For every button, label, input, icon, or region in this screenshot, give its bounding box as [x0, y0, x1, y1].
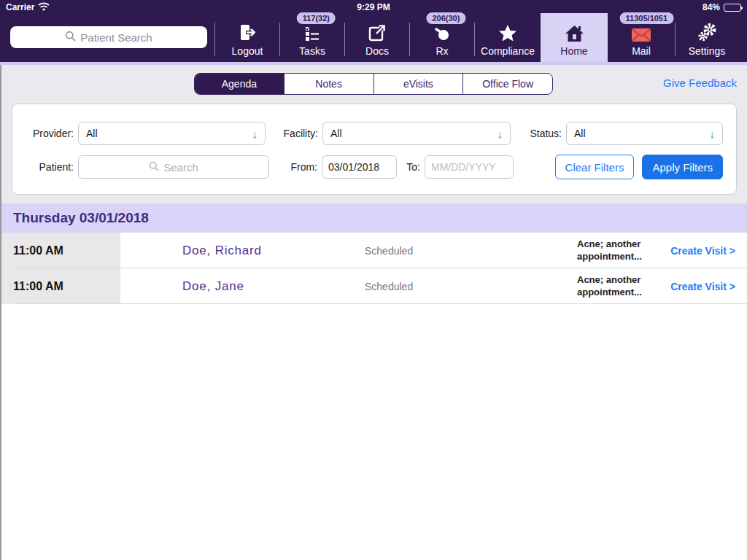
provider-label: Provider:: [23, 128, 78, 139]
to-date-input[interactable]: [425, 155, 514, 179]
appointment-reason: Acne; another appointment...: [577, 238, 657, 262]
agenda-date-header: Thursday 03/01/2018: [1, 203, 747, 233]
status-dropdown[interactable]: All ↓: [566, 122, 723, 145]
nav-item-logout[interactable]: Logout: [215, 15, 279, 62]
tab-row: Agenda Notes eVisits Office Flow Give Fe…: [1, 73, 747, 95]
patient-name-link[interactable]: Doe, Jane: [182, 279, 365, 294]
appointment-status: Scheduled: [365, 245, 511, 257]
nav-item-label: Docs: [365, 46, 389, 56]
nav-item-tasks[interactable]: 117(32) Tasks: [280, 15, 344, 62]
wifi-icon: [38, 2, 50, 13]
view-segmented-control: Agenda Notes eVisits Office Flow: [194, 73, 553, 95]
appointment-status: Scheduled: [365, 281, 511, 292]
appointment-time: 11:00 AM: [1, 233, 120, 268]
patient-label: Patient:: [23, 161, 78, 173]
nav-item-label: Logout: [232, 46, 263, 56]
patient-filter-search-input[interactable]: Search: [78, 155, 269, 179]
from-date-input[interactable]: [322, 155, 397, 179]
nav-item-label: Home: [560, 46, 587, 56]
appointment-time: 11:00 AM: [1, 268, 120, 304]
tab-notes[interactable]: Notes: [284, 74, 374, 94]
top-nav: Patient Search Logout 117(32) Tasks: [0, 15, 747, 62]
settings-icon: [697, 23, 717, 42]
dropdown-arrow-icon: ↓: [710, 128, 716, 140]
mail-badge: 11305/1051: [620, 12, 674, 24]
nav-item-label: Mail: [632, 46, 651, 56]
carrier-label: Carrier: [6, 2, 34, 12]
nav-item-label: Tasks: [299, 46, 325, 56]
app-screen: Carrier 9:29 PM 84% Patient Search: [0, 0, 747, 560]
nav-item-mail[interactable]: 11305/1051 Mail: [608, 15, 675, 62]
nav-item-rx[interactable]: 206(30) Rx: [410, 15, 474, 62]
appointment-row[interactable]: 11:00 AM Doe, Richard Scheduled Acne; an…: [1, 233, 747, 268]
tasks-badge: 117(32): [297, 12, 336, 24]
appointment-row[interactable]: 11:00 AM Doe, Jane Scheduled Acne; anoth…: [1, 268, 747, 304]
clock: 9:29 PM: [357, 2, 390, 12]
search-icon: [65, 31, 76, 44]
dropdown-arrow-icon: ↓: [252, 128, 258, 140]
to-label: To:: [397, 161, 425, 173]
nav-item-label: Compliance: [481, 46, 535, 56]
nav-item-settings[interactable]: Settings: [676, 15, 738, 62]
patient-name-link[interactable]: Doe, Richard: [182, 244, 365, 258]
tab-evisits[interactable]: eVisits: [374, 74, 463, 94]
facility-label: Facility:: [266, 128, 322, 139]
battery-icon: [724, 4, 741, 12]
main-content: Agenda Notes eVisits Office Flow Give Fe…: [0, 65, 747, 560]
appointment-reason: Acne; another appointment...: [577, 274, 657, 298]
filters-section: Agenda Notes eVisits Office Flow Give Fe…: [1, 65, 747, 203]
rx-badge: 206(30): [426, 12, 465, 24]
nav-item-label: Rx: [436, 46, 448, 56]
nav-item-docs[interactable]: Docs: [345, 15, 409, 62]
rx-icon: [433, 23, 452, 42]
create-visit-link[interactable]: Create Visit >: [666, 281, 735, 292]
patient-search-input[interactable]: Patient Search: [10, 26, 207, 48]
dropdown-arrow-icon: ↓: [498, 128, 503, 140]
mail-icon: [631, 23, 651, 42]
facility-dropdown[interactable]: All ↓: [322, 122, 511, 145]
logout-icon: [238, 23, 257, 42]
tab-office-flow[interactable]: Office Flow: [462, 74, 552, 94]
nav-item-compliance[interactable]: Compliance: [475, 15, 541, 62]
battery-percent: 84%: [703, 2, 720, 12]
provider-dropdown[interactable]: All ↓: [78, 122, 266, 145]
clear-filters-button[interactable]: Clear Filters: [555, 155, 635, 179]
patient-filter-placeholder: Search: [163, 161, 198, 174]
tasks-icon: [303, 23, 321, 42]
home-icon: [565, 23, 584, 42]
nav-item-home[interactable]: Home: [541, 13, 608, 62]
docs-icon: [368, 23, 387, 42]
status-value: All: [574, 128, 586, 139]
compliance-icon: [498, 23, 517, 42]
status-label: Status:: [511, 128, 566, 139]
app-header: Carrier 9:29 PM 84% Patient Search: [0, 0, 747, 62]
empty-area: [1, 304, 747, 560]
from-label: From:: [269, 161, 322, 173]
provider-value: All: [86, 128, 98, 139]
tab-agenda[interactable]: Agenda: [195, 74, 284, 94]
give-feedback-link[interactable]: Give Feedback: [663, 77, 737, 89]
patient-search-placeholder: Patient Search: [80, 31, 152, 44]
facility-value: All: [330, 128, 342, 139]
search-icon: [149, 161, 159, 174]
apply-filters-button[interactable]: Apply Filters: [642, 155, 723, 179]
nav-item-label: Settings: [689, 46, 726, 56]
create-visit-link[interactable]: Create Visit >: [666, 245, 735, 257]
filters-card: Provider: All ↓ Facility: All ↓ Status: …: [12, 104, 737, 195]
